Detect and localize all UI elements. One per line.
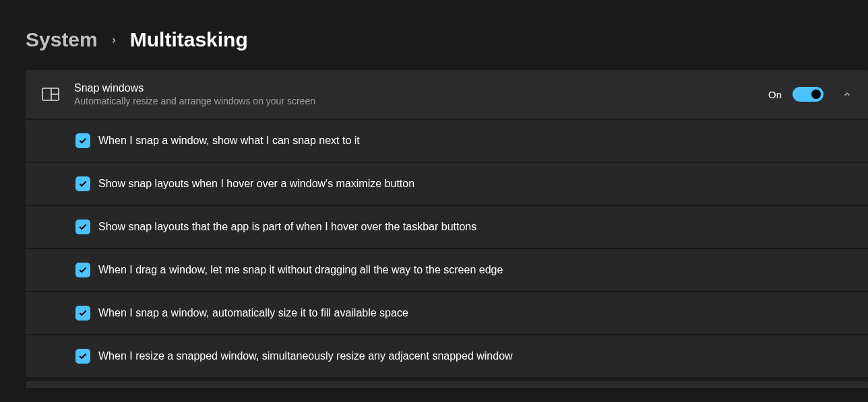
snap-windows-title: Snap windows xyxy=(74,82,753,94)
breadcrumb: System Multitasking xyxy=(0,0,868,70)
checkbox-snap-layouts-taskbar[interactable] xyxy=(75,220,90,234)
option-label: Show snap layouts that the app is part o… xyxy=(98,221,476,233)
snap-windows-text: Snap windows Automatically resize and ar… xyxy=(74,82,753,106)
checkbox-snap-resize-adjacent[interactable] xyxy=(75,349,90,364)
breadcrumb-current: Multitasking xyxy=(130,28,248,51)
snap-option-row: Show snap layouts when I hover over a wi… xyxy=(26,163,868,206)
option-label: When I snap a window, automatically size… xyxy=(98,307,408,319)
option-label: When I drag a window, let me snap it wit… xyxy=(98,264,503,276)
snap-option-row: When I drag a window, let me snap it wit… xyxy=(26,249,868,292)
option-label: When I snap a window, show what I can sn… xyxy=(98,135,360,147)
snap-option-row: When I snap a window, automatically size… xyxy=(26,292,868,335)
checkbox-snap-drag-edge[interactable] xyxy=(75,263,90,277)
toggle-state-label: On xyxy=(768,89,782,100)
snap-windows-toggle[interactable] xyxy=(793,87,824,102)
snap-windows-controls: On xyxy=(768,87,852,102)
snap-option-row: When I resize a snapped window, simultan… xyxy=(26,335,868,378)
breadcrumb-parent-system[interactable]: System xyxy=(26,28,98,51)
chevron-up-icon[interactable] xyxy=(842,90,852,99)
snap-option-row: When I snap a window, show what I can sn… xyxy=(26,120,868,163)
snap-windows-subtitle: Automatically resize and arrange windows… xyxy=(74,96,753,106)
snap-layout-icon xyxy=(42,88,59,101)
option-label: When I resize a snapped window, simultan… xyxy=(98,350,513,362)
snap-windows-panel: Snap windows Automatically resize and ar… xyxy=(26,70,868,388)
snap-option-row: Show snap layouts that the app is part o… xyxy=(26,206,868,249)
snap-windows-header[interactable]: Snap windows Automatically resize and ar… xyxy=(26,70,868,120)
chevron-right-icon xyxy=(110,32,118,48)
option-label: Show snap layouts when I hover over a wi… xyxy=(98,178,414,190)
checkbox-snap-assist[interactable] xyxy=(75,133,90,148)
next-panel-peek xyxy=(26,381,868,388)
checkbox-snap-fill-space[interactable] xyxy=(75,306,90,321)
checkbox-snap-layouts-maximize[interactable] xyxy=(75,176,90,191)
